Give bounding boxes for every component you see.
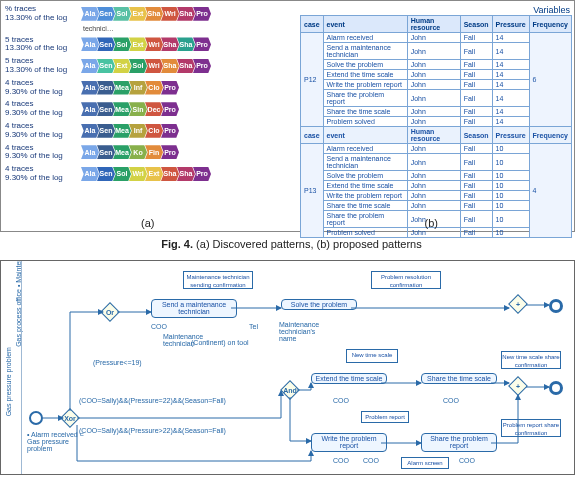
pattern-row: 4 traces9.30% of the logAlaSenMeaKoFinPr… (5, 144, 275, 162)
pattern-stats: % traces13.30% of the log (5, 5, 81, 23)
pattern-row: 4 traces9.30% of the logAlaSenMeaInfCloP… (5, 122, 275, 140)
task-write-report: Write the problem report (311, 433, 387, 452)
activity-chip: Ala (81, 37, 99, 51)
pattern-row: % traces13.30% of the logAlaSenSolExtSha… (5, 5, 275, 23)
fig4-caption-bold: Fig. 4. (161, 238, 193, 250)
task-share-report: Share the problem report (421, 433, 497, 452)
fig4b-table-area: Variables caseeventHuman resourceSeasonP… (300, 1, 572, 238)
table-row: P12Alarm receivedJohnFall146 (301, 33, 572, 43)
activity-chip: Sol (129, 59, 147, 73)
note-coo-6: COO (459, 457, 475, 464)
gateway-xor: Xor (60, 408, 80, 428)
activity-chip: Pro (161, 124, 179, 138)
activity-chip: Sha (161, 59, 179, 73)
activity-chip: Sha (161, 37, 179, 51)
figure5-process-diagram: Gas pressure problem Gas process office … (0, 260, 575, 475)
doc-new-timescale: New time scale (346, 349, 398, 363)
pattern-row: 5 traces13.30% of the logAlaSenSolExtWri… (5, 36, 275, 54)
gateway-merge-top: + (508, 294, 528, 314)
doc-alarm-screen: Alarm screen (401, 457, 449, 469)
pattern-chips: AlaSenMeaInfCloPro (81, 124, 177, 138)
pattern-stats: 4 traces9.30% of the log (5, 165, 81, 183)
end-event-bottom (549, 381, 563, 395)
note-alarm-received: • Alarm received = Gas pressure problem (27, 431, 87, 452)
activity-chip: Ext (129, 7, 147, 21)
activity-chip: Ala (81, 124, 99, 138)
note-maint-name: Maintenance technician's name (279, 321, 331, 342)
table-caption-row: caseeventHuman resourceSeasonPressureFre… (301, 127, 572, 144)
activity-chip: Ext (113, 59, 131, 73)
activity-chip: Sen (97, 102, 115, 116)
task-send-technician: Send a maintenance technician (151, 299, 237, 318)
pattern-row: 4 traces9.30% of the logAlaSenMeaSinDecP… (5, 100, 275, 118)
activity-chip: Ext (145, 167, 163, 181)
activity-chip: Pro (193, 37, 211, 51)
doc-problem-confirmation: Problem resolution confirmation (371, 271, 441, 289)
activity-chip: Wri (161, 7, 179, 21)
activity-chip: Pro (161, 145, 179, 159)
variables-title: Variables (300, 5, 570, 15)
activity-chip: Ko (129, 145, 147, 159)
activity-chip: Fin (145, 145, 163, 159)
activity-chip: Pro (161, 102, 179, 116)
activity-chip: Dec (145, 102, 163, 116)
doc-report-share-conf: Problem report share confirmation (501, 419, 561, 437)
note-coo-4: COO (333, 457, 349, 464)
lane-divider (21, 261, 22, 474)
activity-chip: Sol (113, 7, 131, 21)
pattern-chips: AlaSenSolExtWriShaShaPro (81, 37, 209, 51)
note-pressure: (Pressure<=19) (93, 359, 142, 366)
note-coo-2: COO (333, 397, 349, 404)
variables-table: caseeventHuman resourceSeasonPressureFre… (300, 15, 572, 238)
activity-chip: Mea (113, 81, 131, 95)
activity-chip: Sha (161, 167, 179, 181)
pattern-chips: AlaSenExtSolWriShaShaPro (81, 59, 209, 73)
activity-chip: Clo (145, 81, 163, 95)
activity-chip: Ala (81, 7, 99, 21)
swimlane-outer-label: Gas pressure problem (5, 347, 12, 416)
activity-chip: Clo (145, 124, 163, 138)
activity-chip: Wri (129, 167, 147, 181)
activity-chip: Sen (97, 37, 115, 51)
fig4-caption: Fig. 4. (a) Discovered patterns, (b) pro… (0, 238, 583, 250)
doc-problem-report: Problem report (361, 411, 409, 423)
activity-chip: Pro (193, 59, 211, 73)
activity-chip: Ala (81, 102, 99, 116)
pattern-chips: AlaSenMeaSinDecPro (81, 102, 177, 116)
activity-chip: Ala (81, 145, 99, 159)
pattern-chips: AlaSenSolWriExtShaShaPro (81, 167, 209, 181)
pattern-row: 4 traces9.30% of the logAlaSenSolWriExtS… (5, 165, 275, 183)
activity-chip: Sen (97, 59, 115, 73)
end-event-top (549, 299, 563, 313)
activity-chip: Sha (145, 7, 163, 21)
activity-chip: Ala (81, 81, 99, 95)
note-tel-1: Tel (249, 323, 258, 330)
pattern-stats: 4 traces9.30% of the log (5, 79, 81, 97)
pattern-row: 4 traces9.30% of the logAlaSenMeaInfCloP… (5, 79, 275, 97)
activity-chip: Pro (193, 7, 211, 21)
activity-chip: Wri (145, 37, 163, 51)
pattern-stats: 4 traces9.30% of the log (5, 122, 81, 140)
activity-chip: Sen (97, 145, 115, 159)
note-coo-1: COO (151, 323, 167, 330)
doc-timescale-share-conf: New time scale share confirmation (501, 351, 561, 369)
pattern-row: 5 traces13.30% of the logAlaSenExtSolWri… (5, 57, 275, 75)
activity-chip: Sol (113, 167, 131, 181)
activity-chip: Inf (129, 81, 147, 95)
label-a: (a) (141, 217, 154, 229)
activity-chip: Sha (177, 7, 195, 21)
fig4-caption-text: (a) Discovered patterns, (b) proposed pa… (193, 238, 422, 250)
activity-chip: Ext (129, 37, 147, 51)
figure4-container: % traces13.30% of the logAlaSenSolExtSha… (0, 0, 575, 232)
activity-chip: Sen (97, 81, 115, 95)
fig4a-patterns: % traces13.30% of the logAlaSenSolExtSha… (5, 1, 275, 183)
pattern-stats: 5 traces13.30% of the log (5, 57, 81, 75)
table-row: P13Alarm receivedJohnFall104 (301, 144, 572, 154)
activity-chip: Sha (177, 59, 195, 73)
note-continent-tool: (Continent) on tool (191, 339, 249, 346)
activity-chip: Ala (81, 167, 99, 181)
activity-chip: Sha (177, 37, 195, 51)
activity-chip: Sin (129, 102, 147, 116)
activity-chip: Sen (97, 124, 115, 138)
activity-chip: Ala (81, 59, 99, 73)
